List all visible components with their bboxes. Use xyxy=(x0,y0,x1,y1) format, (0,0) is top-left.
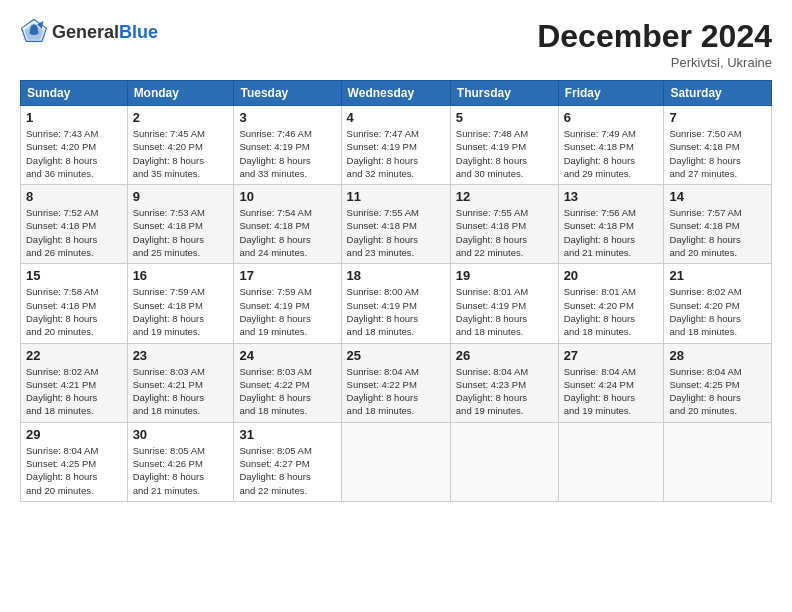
calendar-cell: 20Sunrise: 8:01 AMSunset: 4:20 PMDayligh… xyxy=(558,264,664,343)
calendar-cell: 27Sunrise: 8:04 AMSunset: 4:24 PMDayligh… xyxy=(558,343,664,422)
calendar-cell: 2Sunrise: 7:45 AMSunset: 4:20 PMDaylight… xyxy=(127,106,234,185)
day-info: Sunrise: 7:56 AMSunset: 4:18 PMDaylight:… xyxy=(564,206,659,259)
day-number: 22 xyxy=(26,348,122,363)
day-info: Sunrise: 8:02 AMSunset: 4:20 PMDaylight:… xyxy=(669,285,766,338)
day-number: 25 xyxy=(347,348,445,363)
day-info: Sunrise: 7:46 AMSunset: 4:19 PMDaylight:… xyxy=(239,127,335,180)
calendar-cell: 16Sunrise: 7:59 AMSunset: 4:18 PMDayligh… xyxy=(127,264,234,343)
day-number: 13 xyxy=(564,189,659,204)
calendar-cell: 29Sunrise: 8:04 AMSunset: 4:25 PMDayligh… xyxy=(21,422,128,501)
calendar-cell xyxy=(341,422,450,501)
logo: General Blue xyxy=(20,18,158,46)
calendar-week-row: 15Sunrise: 7:58 AMSunset: 4:18 PMDayligh… xyxy=(21,264,772,343)
day-number: 11 xyxy=(347,189,445,204)
calendar-body: 1Sunrise: 7:43 AMSunset: 4:20 PMDaylight… xyxy=(21,106,772,502)
col-thursday: Thursday xyxy=(450,81,558,106)
calendar-cell: 30Sunrise: 8:05 AMSunset: 4:26 PMDayligh… xyxy=(127,422,234,501)
calendar-cell xyxy=(450,422,558,501)
calendar-cell: 24Sunrise: 8:03 AMSunset: 4:22 PMDayligh… xyxy=(234,343,341,422)
calendar-cell: 26Sunrise: 8:04 AMSunset: 4:23 PMDayligh… xyxy=(450,343,558,422)
calendar-cell: 18Sunrise: 8:00 AMSunset: 4:19 PMDayligh… xyxy=(341,264,450,343)
day-info: Sunrise: 7:47 AMSunset: 4:19 PMDaylight:… xyxy=(347,127,445,180)
day-number: 21 xyxy=(669,268,766,283)
day-info: Sunrise: 8:03 AMSunset: 4:21 PMDaylight:… xyxy=(133,365,229,418)
col-tuesday: Tuesday xyxy=(234,81,341,106)
day-number: 23 xyxy=(133,348,229,363)
day-info: Sunrise: 8:00 AMSunset: 4:19 PMDaylight:… xyxy=(347,285,445,338)
calendar-week-row: 22Sunrise: 8:02 AMSunset: 4:21 PMDayligh… xyxy=(21,343,772,422)
calendar-cell: 31Sunrise: 8:05 AMSunset: 4:27 PMDayligh… xyxy=(234,422,341,501)
calendar-cell: 9Sunrise: 7:53 AMSunset: 4:18 PMDaylight… xyxy=(127,185,234,264)
day-info: Sunrise: 7:54 AMSunset: 4:18 PMDaylight:… xyxy=(239,206,335,259)
day-info: Sunrise: 8:05 AMSunset: 4:27 PMDaylight:… xyxy=(239,444,335,497)
calendar-cell: 19Sunrise: 8:01 AMSunset: 4:19 PMDayligh… xyxy=(450,264,558,343)
day-info: Sunrise: 7:50 AMSunset: 4:18 PMDaylight:… xyxy=(669,127,766,180)
day-info: Sunrise: 8:04 AMSunset: 4:24 PMDaylight:… xyxy=(564,365,659,418)
calendar-cell: 28Sunrise: 8:04 AMSunset: 4:25 PMDayligh… xyxy=(664,343,772,422)
day-info: Sunrise: 7:57 AMSunset: 4:18 PMDaylight:… xyxy=(669,206,766,259)
calendar-cell: 17Sunrise: 7:59 AMSunset: 4:19 PMDayligh… xyxy=(234,264,341,343)
day-info: Sunrise: 7:49 AMSunset: 4:18 PMDaylight:… xyxy=(564,127,659,180)
day-info: Sunrise: 7:55 AMSunset: 4:18 PMDaylight:… xyxy=(347,206,445,259)
day-info: Sunrise: 7:58 AMSunset: 4:18 PMDaylight:… xyxy=(26,285,122,338)
day-number: 18 xyxy=(347,268,445,283)
logo-general: General xyxy=(52,22,119,43)
calendar-cell: 12Sunrise: 7:55 AMSunset: 4:18 PMDayligh… xyxy=(450,185,558,264)
calendar-week-row: 29Sunrise: 8:04 AMSunset: 4:25 PMDayligh… xyxy=(21,422,772,501)
day-number: 19 xyxy=(456,268,553,283)
day-info: Sunrise: 7:45 AMSunset: 4:20 PMDaylight:… xyxy=(133,127,229,180)
calendar-cell: 3Sunrise: 7:46 AMSunset: 4:19 PMDaylight… xyxy=(234,106,341,185)
calendar-header: Sunday Monday Tuesday Wednesday Thursday… xyxy=(21,81,772,106)
page: General Blue December 2024 Perkivtsi, Uk… xyxy=(0,0,792,512)
day-number: 9 xyxy=(133,189,229,204)
page-title: December 2024 xyxy=(537,18,772,55)
calendar-cell xyxy=(664,422,772,501)
day-info: Sunrise: 8:04 AMSunset: 4:22 PMDaylight:… xyxy=(347,365,445,418)
day-number: 15 xyxy=(26,268,122,283)
day-number: 28 xyxy=(669,348,766,363)
day-info: Sunrise: 8:05 AMSunset: 4:26 PMDaylight:… xyxy=(133,444,229,497)
day-number: 14 xyxy=(669,189,766,204)
day-number: 20 xyxy=(564,268,659,283)
day-info: Sunrise: 7:43 AMSunset: 4:20 PMDaylight:… xyxy=(26,127,122,180)
day-number: 4 xyxy=(347,110,445,125)
day-number: 16 xyxy=(133,268,229,283)
day-number: 7 xyxy=(669,110,766,125)
calendar-cell: 25Sunrise: 8:04 AMSunset: 4:22 PMDayligh… xyxy=(341,343,450,422)
day-number: 27 xyxy=(564,348,659,363)
calendar-cell: 8Sunrise: 7:52 AMSunset: 4:18 PMDaylight… xyxy=(21,185,128,264)
col-saturday: Saturday xyxy=(664,81,772,106)
day-info: Sunrise: 8:04 AMSunset: 4:25 PMDaylight:… xyxy=(26,444,122,497)
col-wednesday: Wednesday xyxy=(341,81,450,106)
day-info: Sunrise: 7:53 AMSunset: 4:18 PMDaylight:… xyxy=(133,206,229,259)
calendar-cell: 5Sunrise: 7:48 AMSunset: 4:19 PMDaylight… xyxy=(450,106,558,185)
logo-blue: Blue xyxy=(119,22,158,43)
calendar-cell: 22Sunrise: 8:02 AMSunset: 4:21 PMDayligh… xyxy=(21,343,128,422)
day-number: 29 xyxy=(26,427,122,442)
day-number: 8 xyxy=(26,189,122,204)
day-info: Sunrise: 8:01 AMSunset: 4:19 PMDaylight:… xyxy=(456,285,553,338)
day-number: 3 xyxy=(239,110,335,125)
title-block: December 2024 Perkivtsi, Ukraine xyxy=(537,18,772,70)
day-number: 6 xyxy=(564,110,659,125)
calendar-cell: 7Sunrise: 7:50 AMSunset: 4:18 PMDaylight… xyxy=(664,106,772,185)
calendar-cell xyxy=(558,422,664,501)
calendar-table: Sunday Monday Tuesday Wednesday Thursday… xyxy=(20,80,772,502)
day-info: Sunrise: 8:04 AMSunset: 4:23 PMDaylight:… xyxy=(456,365,553,418)
calendar-cell: 1Sunrise: 7:43 AMSunset: 4:20 PMDaylight… xyxy=(21,106,128,185)
day-info: Sunrise: 8:01 AMSunset: 4:20 PMDaylight:… xyxy=(564,285,659,338)
header: General Blue December 2024 Perkivtsi, Uk… xyxy=(20,18,772,70)
day-number: 5 xyxy=(456,110,553,125)
day-number: 2 xyxy=(133,110,229,125)
day-info: Sunrise: 7:52 AMSunset: 4:18 PMDaylight:… xyxy=(26,206,122,259)
col-sunday: Sunday xyxy=(21,81,128,106)
calendar-cell: 14Sunrise: 7:57 AMSunset: 4:18 PMDayligh… xyxy=(664,185,772,264)
day-info: Sunrise: 8:02 AMSunset: 4:21 PMDaylight:… xyxy=(26,365,122,418)
day-number: 10 xyxy=(239,189,335,204)
day-info: Sunrise: 7:55 AMSunset: 4:18 PMDaylight:… xyxy=(456,206,553,259)
day-number: 24 xyxy=(239,348,335,363)
day-number: 31 xyxy=(239,427,335,442)
day-info: Sunrise: 7:59 AMSunset: 4:18 PMDaylight:… xyxy=(133,285,229,338)
calendar-cell: 10Sunrise: 7:54 AMSunset: 4:18 PMDayligh… xyxy=(234,185,341,264)
calendar-cell: 21Sunrise: 8:02 AMSunset: 4:20 PMDayligh… xyxy=(664,264,772,343)
